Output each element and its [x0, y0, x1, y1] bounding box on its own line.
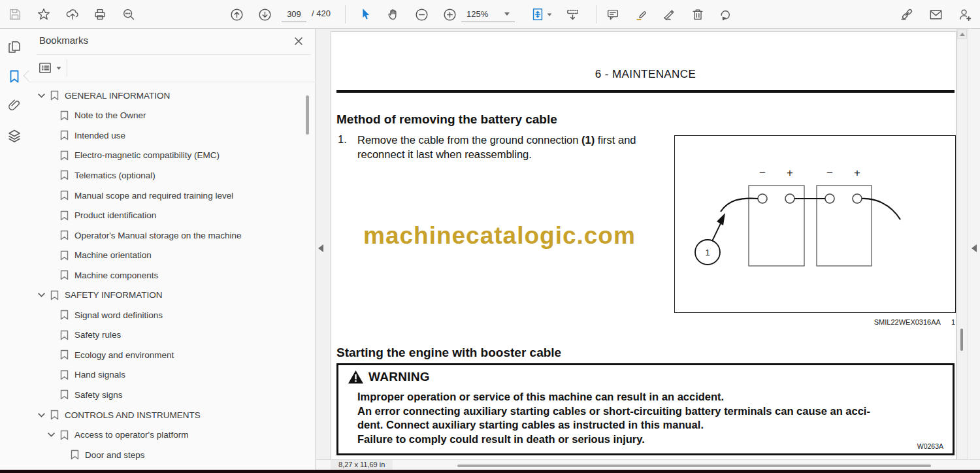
- bookmark-icon: [60, 210, 69, 221]
- link-button[interactable]: [897, 5, 917, 24]
- panel-scrollbar-thumb[interactable]: [306, 95, 309, 135]
- warning-text: Improper operation or service of this ma…: [357, 390, 945, 446]
- bookmark-item[interactable]: Machine components: [29, 265, 307, 285]
- page-size-label: 8,27 x 11,69 in: [331, 460, 393, 470]
- pages-icon: [7, 39, 22, 55]
- previous-page-button[interactable]: [227, 5, 246, 24]
- next-page-button[interactable]: [255, 5, 274, 24]
- step-text-ref: (1): [581, 134, 595, 146]
- warning-line: Improper operation or service of this ma…: [357, 390, 945, 404]
- cursor-icon: [359, 7, 373, 22]
- page-number-value: 309: [287, 9, 301, 19]
- bookmark-item[interactable]: Product identification: [29, 205, 307, 225]
- attachments-button[interactable]: [5, 95, 24, 115]
- collapse-panel-arrow[interactable]: [318, 244, 323, 252]
- warning-title-text: WARNING: [368, 370, 430, 384]
- bookmark-icon: [60, 190, 69, 201]
- page-thumbnails-button[interactable]: [5, 37, 24, 57]
- bookmark-item[interactable]: Note to the Owner: [29, 106, 307, 126]
- bookmark-icon: [60, 170, 69, 180]
- scroll-up-button[interactable]: [957, 29, 967, 39]
- share-button[interactable]: [63, 5, 82, 24]
- navigation-rail: [0, 29, 29, 470]
- vertical-scrollbar-thumb[interactable]: [960, 329, 963, 351]
- zoom-level-dropdown[interactable]: 125%: [461, 6, 515, 22]
- battery-diagram: − + − + 1: [674, 135, 956, 313]
- bookmark-item[interactable]: Safety signs: [29, 385, 307, 405]
- bookmark-item[interactable]: Telematics (optional): [29, 165, 307, 186]
- chevron-down-icon[interactable]: [37, 292, 46, 298]
- bookmark-label: Manual scope and required training level: [74, 191, 233, 201]
- bookmark-label: Ecology and environment: [74, 350, 174, 360]
- bookmark-item[interactable]: Electro-magnetic compatibility (EMC): [29, 146, 307, 166]
- divider: [67, 59, 67, 77]
- chevron-down-icon[interactable]: [37, 412, 46, 418]
- chevron-down-icon[interactable]: [37, 93, 46, 99]
- bookmark-label: Electro-magnetic compatibility (EMC): [74, 150, 220, 160]
- figure-code: SMIL22WEX0316AA: [874, 318, 941, 326]
- print-button[interactable]: [90, 5, 110, 24]
- redo-button[interactable]: [715, 5, 735, 24]
- star-button[interactable]: [34, 5, 54, 24]
- arrow-up-icon: [960, 33, 965, 36]
- save-button[interactable]: [5, 5, 25, 24]
- horizontal-scrollbar-thumb[interactable]: [457, 465, 931, 467]
- share-with-people-button[interactable]: [955, 5, 974, 24]
- comment-button[interactable]: [603, 5, 623, 24]
- expand-tools-arrow[interactable]: [972, 244, 977, 252]
- hand-tool-button[interactable]: [384, 5, 403, 24]
- scroll-mode-icon: [565, 7, 580, 22]
- bookmark-item[interactable]: Access to operator's platform: [29, 425, 307, 445]
- bookmark-label: CONTROLS AND INSTRUMENTS: [65, 410, 201, 420]
- search-icon: [122, 7, 136, 22]
- bookmark-label: SAFETY INFORMATION: [65, 290, 163, 300]
- bookmark-label: Note to the Owner: [74, 110, 146, 120]
- select-tool-button[interactable]: [356, 5, 376, 24]
- bookmark-item[interactable]: Manual scope and required training level: [29, 186, 307, 206]
- bookmarks-panel: Bookmarks GENERAL INFORMATION Note to th…: [29, 29, 316, 470]
- page-number-input[interactable]: 309: [282, 6, 306, 22]
- chevron-down-icon: [547, 13, 552, 16]
- zoom-out-button[interactable]: [412, 5, 431, 24]
- bookmark-label: Safety signs: [74, 390, 123, 400]
- bookmark-icon: [60, 110, 69, 121]
- bookmark-item[interactable]: GENERAL INFORMATION: [29, 86, 307, 106]
- bookmark-item[interactable]: SAFETY INFORMATION: [29, 285, 307, 305]
- bookmark-item[interactable]: Door and steps: [29, 445, 307, 465]
- cloud-upload-icon: [65, 7, 80, 22]
- bookmark-icon: [60, 310, 69, 320]
- bookmark-label: Telematics (optional): [74, 171, 155, 180]
- zoom-in-button[interactable]: [440, 5, 459, 24]
- delete-button[interactable]: [688, 5, 708, 24]
- layers-button[interactable]: [5, 126, 24, 146]
- email-button[interactable]: [926, 5, 945, 24]
- bookmark-item[interactable]: Machine orientation: [29, 245, 307, 265]
- bookmark-label: Product identification: [74, 210, 156, 220]
- vertical-scrollbar[interactable]: [956, 29, 968, 459]
- warning-line: Failure to comply could result in death …: [357, 432, 945, 447]
- bookmark-item[interactable]: Signal word definitions: [29, 305, 307, 325]
- options-list-icon: [38, 61, 52, 74]
- bookmark-item[interactable]: Safety rules: [29, 325, 307, 346]
- bookmark-item[interactable]: Ecology and environment: [29, 345, 307, 365]
- close-panel-button[interactable]: [291, 34, 306, 48]
- bookmark-icon: [60, 430, 69, 440]
- fit-page-icon: [531, 7, 545, 22]
- sign-button[interactable]: [659, 5, 679, 24]
- bookmark-item[interactable]: Intended use: [29, 125, 307, 146]
- bookmark-item[interactable]: CONTROLS AND INSTRUMENTS: [29, 405, 307, 425]
- scroll-mode-button[interactable]: [563, 5, 582, 24]
- bookmark-icon: [71, 449, 79, 460]
- callout-number: 1: [705, 248, 710, 257]
- bookmark-label: Signal word definitions: [74, 310, 163, 320]
- chevron-down-icon[interactable]: [47, 432, 56, 438]
- step-number: 1.: [338, 133, 347, 146]
- bookmark-options-button[interactable]: [38, 60, 67, 76]
- bookmark-item[interactable]: Operator's Manual storage on the machine: [29, 225, 307, 246]
- bookmark-item[interactable]: Hand signals: [29, 365, 307, 385]
- fit-page-dropdown[interactable]: [544, 5, 555, 24]
- search-button[interactable]: [119, 5, 139, 24]
- highlight-button[interactable]: [632, 5, 651, 24]
- bookmarks-panel-button[interactable]: [5, 67, 24, 86]
- bookmark-icon: [60, 350, 69, 360]
